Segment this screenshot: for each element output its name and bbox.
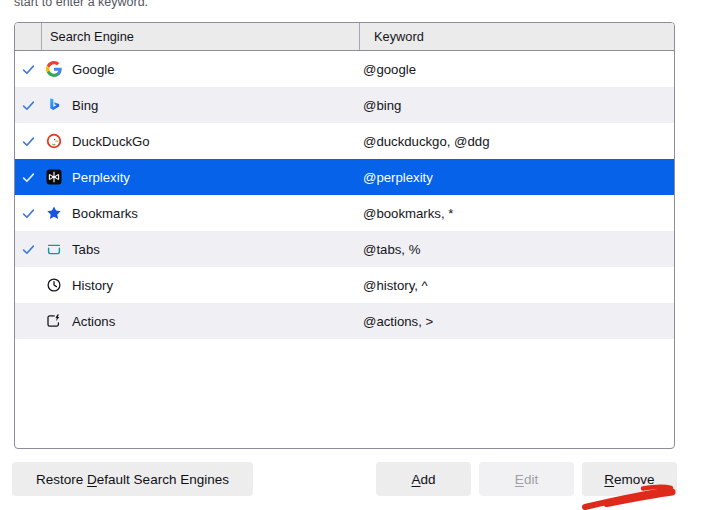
intro-text: start to enter a keyword. [14, 0, 148, 9]
keyword-cell[interactable]: @actions, > [359, 314, 674, 329]
table-row[interactable]: Bookmarks @bookmarks, * [15, 195, 674, 231]
keyword-value: @google [363, 62, 416, 77]
checkmark-icon [21, 62, 36, 77]
engine-name: Tabs [72, 242, 100, 257]
table-body: Google @google Bing @bing DuckDuckGo @du… [15, 51, 674, 339]
engine-name: Perplexity [72, 170, 130, 185]
header-keyword[interactable]: Keyword [359, 23, 674, 50]
add-button[interactable]: Add [376, 462, 471, 496]
enabled-cell[interactable] [15, 314, 41, 329]
table-row[interactable]: Bing @bing [15, 87, 674, 123]
engine-name: Google [72, 62, 115, 77]
enabled-cell[interactable] [15, 206, 41, 221]
enabled-cell[interactable] [15, 98, 41, 113]
enabled-cell[interactable] [15, 62, 41, 77]
search-engine-table: Search Engine Keyword Google @google Bin… [14, 22, 675, 449]
keyword-cell[interactable]: @tabs, % [359, 242, 674, 257]
keyword-cell[interactable]: @perplexity [359, 170, 674, 185]
duckduckgo-icon [46, 133, 62, 149]
search-engines-settings-panel: start to enter a keyword. Search Engine … [0, 0, 728, 510]
engine-cell[interactable]: Perplexity [41, 169, 359, 185]
keyword-value: @history, ^ [363, 278, 428, 293]
keyword-cell[interactable]: @bing [359, 98, 674, 113]
table-row[interactable]: Google @google [15, 51, 674, 87]
tabs-icon [46, 241, 62, 257]
checkmark-icon [21, 206, 36, 221]
keyword-cell[interactable]: @bookmarks, * [359, 206, 674, 221]
history-icon [46, 277, 62, 293]
engine-cell[interactable]: Bing [41, 97, 359, 113]
keyword-value: @bing [363, 98, 401, 113]
engine-cell[interactable]: Tabs [41, 241, 359, 257]
keyword-value: @actions, > [363, 314, 433, 329]
checkmark-icon [21, 134, 36, 149]
enabled-cell[interactable] [15, 134, 41, 149]
keyword-cell[interactable]: @history, ^ [359, 278, 674, 293]
header-search-engine[interactable]: Search Engine [41, 23, 359, 50]
checkmark-icon [21, 98, 36, 113]
engine-name: Bing [72, 98, 98, 113]
enabled-cell[interactable] [15, 170, 41, 185]
bing-icon [46, 97, 62, 113]
checkmark-icon [21, 242, 36, 257]
perplexity-icon [46, 169, 62, 185]
enabled-cell[interactable] [15, 278, 41, 293]
bookmarks-icon [46, 205, 62, 221]
keyword-value: @bookmarks, * [363, 206, 453, 221]
table-header-row: Search Engine Keyword [15, 23, 674, 51]
engine-name: History [72, 278, 113, 293]
engine-cell[interactable]: Actions [41, 313, 359, 329]
table-row[interactable]: History @history, ^ [15, 267, 674, 303]
table-row[interactable]: DuckDuckGo @duckduckgo, @ddg [15, 123, 674, 159]
table-row[interactable]: Actions @actions, > [15, 303, 674, 339]
edit-button[interactable]: Edit [479, 462, 574, 496]
header-check-column [15, 23, 41, 50]
engine-cell[interactable]: Google [41, 61, 359, 77]
keyword-value: @tabs, % [363, 242, 420, 257]
enabled-cell[interactable] [15, 242, 41, 257]
checkmark-icon [21, 170, 36, 185]
google-icon [46, 61, 62, 77]
keyword-cell[interactable]: @google [359, 62, 674, 77]
table-row[interactable]: Perplexity @perplexity [15, 159, 674, 195]
keyword-cell[interactable]: @duckduckgo, @ddg [359, 134, 674, 149]
engine-name: Bookmarks [72, 206, 138, 221]
remove-button[interactable]: Remove [582, 462, 677, 496]
actions-icon [46, 313, 62, 329]
keyword-value: @perplexity [363, 170, 433, 185]
engine-cell[interactable]: History [41, 277, 359, 293]
engine-name: DuckDuckGo [72, 134, 150, 149]
table-row[interactable]: Tabs @tabs, % [15, 231, 674, 267]
engine-name: Actions [72, 314, 115, 329]
restore-default-search-engines-button[interactable]: Restore Default Search Engines [12, 462, 253, 496]
keyword-value: @duckduckgo, @ddg [363, 134, 490, 149]
engine-cell[interactable]: DuckDuckGo [41, 133, 359, 149]
engine-cell[interactable]: Bookmarks [41, 205, 359, 221]
